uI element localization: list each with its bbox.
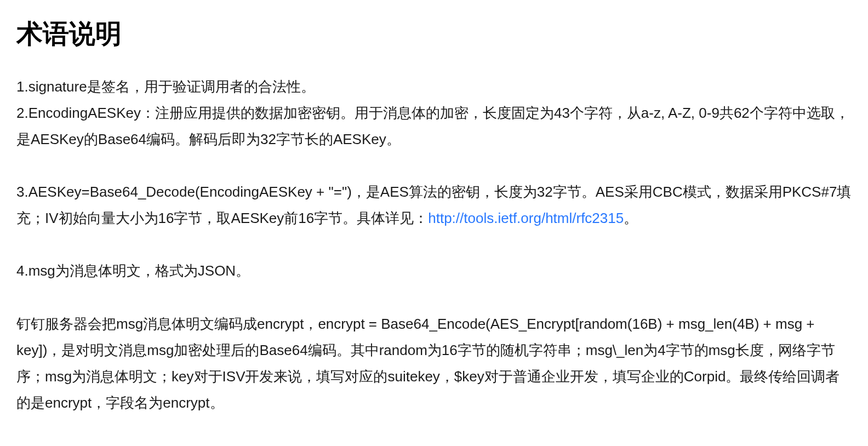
rfc2315-link[interactable]: http://tools.ietf.org/html/rfc2315	[428, 210, 624, 226]
term-3-aeskey: 3.AESKey=Base64_Decode(EncodingAESKey + …	[16, 179, 852, 231]
term-5-encrypt: 钉钉服务器会把msg消息体明文编码成encrypt，encrypt = Base…	[16, 311, 852, 416]
page-title: 术语说明	[16, 16, 852, 52]
term-3-text-after: 。	[624, 210, 638, 226]
term-1-signature: 1.signature是签名，用于验证调用者的合法性。	[16, 73, 852, 100]
term-2-encodingaeskey: 2.EncodingAESKey：注册应用提供的数据加密密钥。用于消息体的加密，…	[16, 100, 852, 152]
term-4-msg: 4.msg为消息体明文，格式为JSON。	[16, 258, 852, 284]
